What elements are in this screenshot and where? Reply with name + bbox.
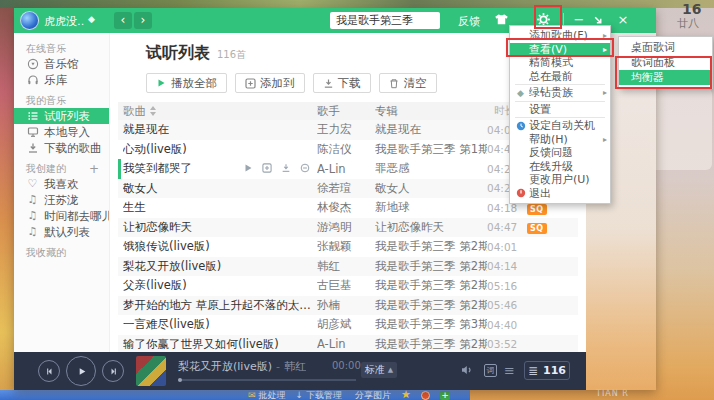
progress-handle[interactable] — [178, 378, 182, 382]
sidebar-item-label: 音乐馆 — [44, 57, 79, 72]
sidebar-item-label: 我喜欢 — [44, 177, 79, 192]
volume-icon[interactable] — [461, 365, 474, 376]
song-artist: 胡彦斌 — [317, 317, 375, 332]
now-playing[interactable]: 梨花又开放(live版)-韩红 — [178, 359, 306, 374]
song-artist: 游鸿明 — [317, 220, 375, 235]
taskbar-item[interactable]: ↓下载管理 — [296, 390, 343, 400]
tray-plus-icon[interactable]: + — [440, 391, 450, 400]
section-label: 我的音乐 — [26, 94, 66, 108]
sidebar-item-library[interactable]: 乐库 — [14, 72, 109, 88]
sidebar-item-audition-list[interactable]: 试听列表 — [14, 108, 109, 124]
sidebar-item-wang-sulong[interactable]: ♫汪苏泷 — [14, 192, 109, 208]
taskbar-item[interactable]: ✉批处理 — [248, 390, 286, 400]
sidebar-item-downloaded-songs[interactable]: 下载的歌曲 — [14, 140, 109, 156]
playlist-button[interactable]: ≣116 — [524, 361, 570, 380]
sidebar-section-header: 我创建的+ — [14, 161, 109, 176]
player-bar: 梨花又开放(live版)-韩红 00:00 标准▲ 词 ≡ ≣116 — [14, 352, 586, 390]
desktop-lyrics-icon[interactable]: ≡ — [504, 363, 515, 378]
sidebar-item-favorites[interactable]: ♡我喜欢 — [14, 176, 109, 192]
sidebar-item-time-where-gone[interactable]: ♫时间都去哪儿了 — [14, 208, 109, 224]
menu-item[interactable]: 设置 — [510, 103, 610, 117]
tray-orange-icon[interactable] — [421, 391, 430, 400]
menu-item[interactable]: 在线升级 — [510, 160, 610, 174]
lyrics-icon[interactable]: 词 — [484, 364, 497, 377]
menu-item[interactable]: ◆绿钻贵族▸ — [510, 86, 610, 100]
song-artist: 林俊杰 — [317, 200, 375, 215]
sidebar-item-label: 本地导入 — [44, 125, 90, 140]
quality-selector[interactable]: 标准▲ — [361, 362, 397, 378]
header-singer[interactable]: 歌手 — [317, 104, 375, 119]
blank-icon — [514, 161, 527, 172]
section-label: 在线音乐 — [26, 42, 66, 56]
table-row[interactable]: 一言难尽(live版)胡彦斌我是歌手第三季 第3期04:40 — [118, 315, 578, 335]
menu-item[interactable]: 总在最前 — [510, 70, 610, 84]
username-label[interactable]: 虎虎没… — [44, 14, 84, 29]
quality-badge-cell: SQ — [515, 220, 563, 234]
clear-button[interactable]: 清空 — [379, 73, 437, 93]
avatar[interactable] — [20, 11, 39, 30]
song-title: 就是现在 — [123, 122, 169, 137]
add-playlist-button[interactable]: + — [89, 162, 99, 176]
row-hover-controls — [243, 163, 311, 174]
add-to-icon[interactable] — [262, 163, 273, 174]
blank-icon — [514, 174, 527, 185]
table-row[interactable]: 饿狼传说(live版)张靓颖我是歌手第三季 第2期04:01 — [118, 237, 578, 257]
remove-icon[interactable] — [300, 163, 311, 174]
skin-icon[interactable] — [494, 13, 509, 28]
menu-item[interactable]: 精简模式 — [510, 56, 610, 70]
song-cell: 输了你赢了世界又如何(live版) — [121, 337, 317, 352]
sidebar-item-music-hall[interactable]: 音乐馆 — [14, 56, 109, 72]
song-cell: 让初恋像昨天 — [121, 220, 317, 235]
exit-icon — [514, 188, 527, 199]
menu-item[interactable]: 帮助(H)▸ — [510, 133, 610, 147]
download-icon[interactable] — [281, 163, 292, 174]
album-art[interactable] — [136, 356, 166, 386]
song-artist: A-Lin — [317, 162, 375, 176]
menu-item[interactable]: 更改用户(U) — [510, 173, 610, 187]
menu-item[interactable]: 反馈问题 — [510, 146, 610, 160]
play-button[interactable] — [66, 356, 96, 386]
download-button[interactable]: 下载 — [313, 73, 371, 93]
menu-item[interactable]: 设定自动关机 — [510, 119, 610, 133]
song-artist: 韩红 — [317, 259, 375, 274]
back-button[interactable]: ‹ — [114, 12, 132, 29]
add-to-button[interactable]: 添加到 — [235, 73, 305, 93]
annotation-box-gear — [534, 5, 562, 29]
blank-icon — [514, 57, 527, 68]
sidebar-item-default-list[interactable]: ♫默认列表 — [14, 224, 109, 240]
menu-item-label: 设置 — [529, 102, 607, 117]
sort-icon[interactable] — [150, 106, 156, 116]
sidebar: 在线音乐音乐馆乐库我的音乐试听列表本地导入下载的歌曲我创建的+♡我喜欢♫汪苏泷♫… — [14, 33, 110, 352]
previous-button[interactable] — [38, 360, 60, 382]
song-cell: 梨花又开放(live版) — [121, 259, 317, 274]
menu-item[interactable]: 退出 — [510, 187, 610, 201]
taskbar: ✉批处理↓下载管理分享图片★+ — [0, 390, 470, 400]
table-row[interactable]: 梨花又开放(live版)韩红我是歌手第三季 第2期04:14 — [118, 257, 578, 277]
annotation-box-equalizer — [615, 56, 712, 89]
song-album: 我是歌手第三季 第3期 — [375, 317, 487, 332]
taskbar-item[interactable]: 分享图片 — [352, 390, 391, 400]
submenu-item[interactable]: 桌面歌词 — [619, 40, 712, 55]
next-button[interactable] — [102, 360, 124, 382]
header-album[interactable]: 专辑 — [375, 104, 487, 119]
feedback-link[interactable]: 反馈 — [458, 14, 480, 29]
sidebar-item-local-import[interactable]: 本地导入 — [14, 124, 109, 140]
play-icon[interactable] — [243, 163, 254, 174]
play-icon — [156, 78, 167, 89]
table-row[interactable]: 让初恋像昨天游鸿明让初恋像昨天04:47SQ — [118, 218, 578, 238]
close-button[interactable]: × — [615, 11, 631, 29]
song-artist: 徐若瑄 — [317, 181, 375, 196]
table-row[interactable]: 梦开始的地方 草原上升起不落的太阳(live版)孙楠我是歌手第三季 第2期05:… — [118, 296, 578, 316]
playlist-count: 116 — [543, 364, 566, 377]
heart-icon: ♡ — [26, 178, 39, 190]
table-row[interactable]: 父亲(live版)古巨基我是歌手第三季 第2期05:16 — [118, 276, 578, 296]
progress-bar[interactable] — [178, 379, 356, 381]
play-all-button[interactable]: 播放全部 — [146, 73, 227, 93]
header-song[interactable]: 歌曲 — [121, 104, 317, 119]
song-artist: 张靓颖 — [317, 239, 375, 254]
tray-star-icon[interactable]: ★ — [401, 390, 411, 400]
table-row[interactable]: 输了你赢了世界又如何(live版)A-Lin我是歌手第三季 第2期03:52 — [118, 335, 578, 353]
sidebar-item-label: 时间都去哪儿了 — [44, 209, 109, 224]
section-label: 我收藏的 — [26, 246, 66, 260]
forward-button[interactable]: › — [134, 12, 152, 29]
